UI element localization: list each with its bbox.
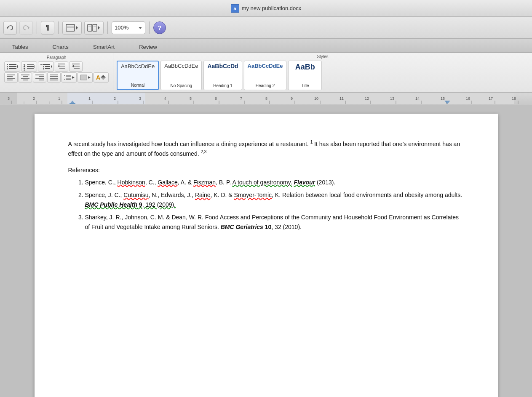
svg-text:12: 12	[365, 96, 369, 101]
svg-text:10: 10	[314, 96, 318, 101]
svg-marker-48	[101, 75, 106, 77]
reference-item-1: Spence, C., Hobkinson, C., Gallace, A. &…	[85, 178, 464, 187]
line-spacing-button[interactable]	[61, 72, 77, 83]
references-list: Spence, C., Hobkinson, C., Gallace, A. &…	[68, 178, 464, 232]
style-title-preview: AaBb	[295, 63, 315, 72]
svg-rect-46	[80, 75, 87, 80]
view-button-2[interactable]	[84, 21, 104, 35]
svg-marker-13	[35, 65, 35, 68]
svg-text:16: 16	[466, 96, 470, 101]
svg-marker-0	[7, 27, 8, 29]
ribbon-paragraph-label: Paragraph	[47, 55, 67, 60]
svg-text:15: 15	[441, 96, 445, 101]
indent-decrease-button[interactable]	[55, 61, 68, 72]
svg-marker-97	[444, 101, 450, 104]
svg-marker-22	[72, 65, 74, 67]
title-bar: a my new publication.docx	[0, 0, 532, 17]
align-right-button[interactable]	[33, 72, 46, 83]
shading-button[interactable]	[78, 72, 93, 83]
app-icon: a	[231, 4, 239, 13]
styles-label: Styles	[117, 54, 529, 59]
indent-increase-button[interactable]	[69, 61, 83, 72]
separator-3	[107, 21, 108, 34]
separator-2	[58, 21, 59, 34]
svg-text:9: 9	[291, 96, 293, 101]
sort-button[interactable]: A	[94, 72, 109, 83]
doc-main-paragraph: A recent study has investigated how touc…	[68, 139, 464, 158]
tab-charts[interactable]: Charts	[40, 41, 81, 53]
svg-text:13: 13	[390, 96, 394, 101]
doc-references-heading: References:	[68, 167, 464, 173]
reference-item-3: Sharkey, J. R., Johnson, C. M. & Dean, W…	[85, 213, 464, 232]
svg-text:2: 2	[114, 96, 116, 101]
justify-button[interactable]	[47, 72, 61, 83]
svg-text:3: 3	[8, 96, 10, 101]
svg-text:2: 2	[33, 96, 35, 101]
svg-rect-96	[70, 103, 75, 104]
toolbar: ¶ 100% ?	[0, 17, 532, 39]
svg-text:3: 3	[139, 96, 141, 101]
style-normal-label: Normal	[131, 83, 144, 88]
help-button[interactable]: ?	[153, 21, 166, 34]
document-area: A recent study has investigated how touc…	[0, 105, 532, 397]
svg-text:5: 5	[190, 96, 192, 101]
svg-rect-6	[88, 24, 92, 31]
style-title[interactable]: AaBb Title	[288, 61, 322, 90]
style-heading1-label: Heading 1	[213, 83, 233, 88]
svg-text:4: 4	[164, 96, 166, 101]
style-no-spacing-preview: AaBbCcDdEe	[164, 63, 198, 69]
numbered-list-button[interactable]: 1 2 3	[21, 61, 37, 72]
tab-review[interactable]: Review	[127, 41, 169, 53]
style-no-spacing[interactable]: AaBbCcDdEe No Spacing	[160, 61, 202, 90]
tab-bar: Tables Charts SmartArt Review	[0, 39, 532, 53]
svg-text:17: 17	[489, 96, 493, 101]
ribbon: Paragraph 1 2 3	[0, 53, 532, 93]
svg-text:6: 6	[215, 96, 217, 101]
style-normal-preview: AaBbCcDdEe	[121, 63, 155, 69]
svg-marker-10	[98, 26, 100, 29]
tab-smartart[interactable]: SmartArt	[81, 41, 127, 53]
doc-page[interactable]: A recent study has investigated how touc…	[35, 114, 498, 397]
svg-marker-1	[28, 27, 29, 29]
style-normal[interactable]: AaBbCcDdEe Normal	[117, 61, 159, 90]
svg-marker-14	[51, 65, 52, 68]
view-button-1[interactable]	[62, 21, 82, 35]
svg-marker-5	[76, 26, 78, 29]
svg-rect-58	[67, 93, 145, 104]
separator-4	[149, 21, 150, 34]
style-title-label: Title	[301, 83, 309, 88]
zoom-selector[interactable]: 100%	[112, 21, 145, 34]
separator-1	[37, 21, 37, 34]
reference-item-2: Spence, J. C., Cutumisu, N., Edwards, J.…	[85, 190, 464, 209]
align-left-button[interactable]	[4, 72, 18, 83]
svg-marker-47	[88, 76, 91, 79]
tab-tables[interactable]: Tables	[0, 41, 40, 53]
svg-rect-7	[93, 24, 97, 31]
svg-text:1: 1	[88, 96, 91, 101]
svg-text:14: 14	[415, 96, 420, 101]
bullet-list-button[interactable]	[4, 61, 20, 72]
svg-text:18: 18	[512, 96, 516, 101]
redo-button[interactable]	[19, 21, 33, 35]
svg-marker-12	[17, 65, 18, 68]
style-heading2-preview: AaBbCcDdEe	[248, 63, 283, 69]
svg-marker-44	[64, 79, 66, 80]
svg-text:1: 1	[58, 96, 60, 101]
ribbon-styles-section: Styles AaBbCcDdEe Normal AaBbCcDdEe No S…	[113, 53, 532, 92]
svg-marker-11	[139, 27, 142, 29]
window-title: my new publication.docx	[242, 5, 302, 11]
ruler: 3 2 1 1 2 3 4 5 6	[0, 93, 532, 105]
align-center-button[interactable]	[19, 72, 32, 83]
paragraph-marks-button[interactable]: ¶	[41, 21, 54, 35]
undo-button[interactable]	[3, 21, 17, 35]
style-heading2[interactable]: AaBbCcDdEe Heading 2	[244, 61, 287, 90]
svg-marker-43	[64, 75, 66, 76]
svg-text:11: 11	[340, 96, 344, 101]
style-heading1[interactable]: AaBbCcDd Heading 1	[203, 61, 242, 90]
ribbon-paragraph-section: Paragraph 1 2 3	[0, 53, 113, 92]
svg-marker-45	[72, 76, 75, 79]
svg-marker-18	[58, 65, 59, 67]
multilevel-list-button[interactable]	[38, 61, 54, 72]
style-heading2-label: Heading 2	[256, 83, 275, 88]
style-no-spacing-label: No Spacing	[170, 83, 192, 88]
